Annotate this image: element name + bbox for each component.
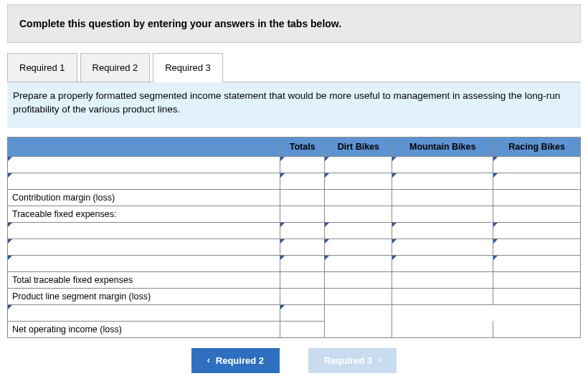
tab-label: Required 2	[93, 62, 138, 73]
row-contribution-margin: Contribution margin (loss)	[8, 189, 280, 206]
header-mountain-bikes: Mountain Bikes	[392, 137, 493, 156]
cell-dirt[interactable]	[325, 206, 392, 222]
table-row: Contribution margin (loss)	[8, 189, 581, 206]
cell-dirt[interactable]	[325, 255, 392, 271]
cell-empty	[325, 321, 392, 337]
tab-required-2[interactable]: Required 2	[80, 53, 151, 82]
cell-racing[interactable]	[493, 206, 581, 222]
cell-totals[interactable]	[280, 304, 325, 321]
prev-button[interactable]: ‹ Required 2	[191, 348, 280, 373]
cell-totals[interactable]	[280, 238, 325, 255]
tab-required-3[interactable]: Required 3	[153, 53, 223, 82]
tab-required-1[interactable]: Required 1	[7, 53, 77, 82]
cell-racing[interactable]	[493, 189, 581, 206]
cell-racing[interactable]	[493, 255, 581, 271]
instruction-bar: Complete this question by entering your …	[7, 4, 581, 43]
cell-totals[interactable]	[280, 189, 325, 206]
header-racing-bikes: Racing Bikes	[493, 137, 581, 156]
tabs: Required 1 Required 2 Required 3	[7, 53, 581, 82]
prompt-text: Prepare a properly formatted segmented i…	[13, 90, 560, 115]
table-row: Product line segment margin (loss)	[8, 288, 581, 304]
prompt-box: Prepare a properly formatted segmented i…	[7, 82, 581, 128]
chevron-right-icon: ›	[378, 355, 381, 365]
row-label-dropdown[interactable]	[8, 304, 280, 321]
table-row	[8, 238, 581, 255]
cell-totals[interactable]	[280, 156, 325, 173]
header-dirt-bikes: Dirt Bikes	[325, 137, 392, 156]
cell-racing[interactable]	[493, 173, 581, 189]
cell-mountain[interactable]	[392, 255, 493, 271]
cell-dirt[interactable]	[325, 222, 392, 238]
cell-mountain[interactable]	[392, 222, 493, 238]
row-label-dropdown[interactable]	[8, 156, 280, 173]
nav-buttons: ‹ Required 2 Required 3 ›	[7, 348, 581, 373]
cell-mountain[interactable]	[392, 206, 493, 222]
cell-empty	[325, 304, 392, 321]
cell-totals[interactable]	[280, 173, 325, 189]
row-label-dropdown[interactable]	[8, 255, 280, 271]
income-statement-table: Totals Dirt Bikes Mountain Bikes Racing …	[7, 137, 581, 338]
cell-mountain[interactable]	[392, 173, 493, 189]
cell-empty	[493, 304, 581, 321]
table-row: Net operating income (loss)	[8, 321, 581, 337]
table-row	[8, 304, 581, 321]
table-row	[8, 156, 581, 173]
prev-label: Required 2	[216, 355, 264, 366]
cell-mountain[interactable]	[392, 156, 493, 173]
cell-racing[interactable]	[493, 271, 581, 288]
cell-empty	[392, 304, 493, 321]
table-row	[8, 222, 581, 238]
table-row: Total traceable fixed expenses	[8, 271, 581, 288]
row-traceable-header: Traceable fixed expenses:	[8, 206, 280, 222]
cell-empty	[392, 321, 493, 337]
header-totals: Totals	[280, 137, 325, 156]
cell-dirt[interactable]	[325, 238, 392, 255]
row-label-dropdown[interactable]	[8, 238, 280, 255]
cell-racing[interactable]	[493, 288, 581, 304]
cell-dirt[interactable]	[325, 271, 392, 288]
cell-dirt[interactable]	[325, 189, 392, 206]
cell-racing[interactable]	[493, 222, 581, 238]
cell-dirt[interactable]	[325, 156, 392, 173]
table-row	[8, 173, 581, 189]
cell-dirt[interactable]	[325, 288, 392, 304]
table-row	[8, 255, 581, 271]
table-row: Traceable fixed expenses:	[8, 206, 581, 222]
chevron-left-icon: ‹	[207, 355, 210, 365]
row-label-dropdown[interactable]	[8, 222, 280, 238]
cell-mountain[interactable]	[392, 271, 493, 288]
cell-totals[interactable]	[280, 222, 325, 238]
cell-mountain[interactable]	[392, 189, 493, 206]
header-blank	[8, 137, 280, 156]
next-label: Required 3	[324, 355, 372, 366]
row-net-operating: Net operating income (loss)	[8, 321, 280, 337]
cell-racing[interactable]	[493, 238, 581, 255]
cell-empty	[493, 321, 581, 337]
cell-totals[interactable]	[280, 206, 325, 222]
cell-mountain[interactable]	[392, 288, 493, 304]
cell-totals[interactable]	[280, 255, 325, 271]
cell-totals[interactable]	[280, 288, 325, 304]
cell-totals[interactable]	[280, 271, 325, 288]
tab-label: Required 3	[165, 62, 211, 73]
cell-racing[interactable]	[493, 156, 581, 173]
cell-totals[interactable]	[280, 321, 325, 337]
tab-label: Required 1	[19, 62, 65, 73]
cell-mountain[interactable]	[392, 238, 493, 255]
row-total-traceable: Total traceable fixed expenses	[8, 271, 280, 288]
instruction-text: Complete this question by entering your …	[19, 18, 341, 29]
next-button[interactable]: Required 3 ›	[308, 348, 397, 373]
row-segment-margin: Product line segment margin (loss)	[8, 288, 280, 304]
row-label-dropdown[interactable]	[8, 173, 280, 189]
cell-dirt[interactable]	[325, 173, 392, 189]
